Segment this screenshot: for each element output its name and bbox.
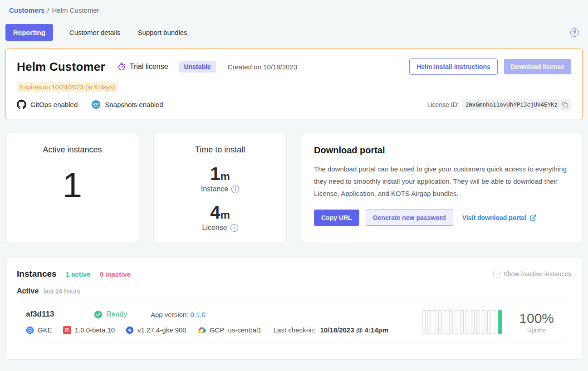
uptime-bar-empty [482, 310, 485, 334]
gitops-label: GitOps enabled [30, 101, 78, 108]
breadcrumb-current: Helm Customer [52, 6, 99, 14]
time-to-install-title: Time to install [154, 145, 286, 155]
external-link-icon [529, 214, 537, 221]
instance-info-icon[interactable]: i [231, 186, 239, 193]
gke-icon [26, 326, 34, 334]
tab-reporting[interactable]: Reporting [5, 24, 53, 41]
page: Customers/Helm Customer Reporting Custom… [0, 0, 588, 371]
download-portal-card: Download portal The download portal can … [301, 133, 583, 243]
replicated-icon: R [63, 326, 71, 334]
uptime-bar-empty [460, 310, 464, 334]
license-id-value: 2WxGmnho11ovUhYPi3cjUV4EYKz [462, 99, 561, 110]
replicated-version-chip: R 1.0.0-beta.10 [63, 326, 115, 334]
trial-timer-icon [117, 62, 126, 71]
tti-license-value: 4m [154, 202, 286, 223]
instances-title: Instances [17, 269, 57, 279]
region-chip: GCP: us-central1 [197, 326, 262, 334]
breadcrumb: Customers/Helm Customer [5, 6, 583, 14]
visit-download-portal-link[interactable]: Visit download portal [462, 214, 537, 221]
show-inactive-label: Show inactive instances [504, 270, 571, 278]
generate-password-button[interactable]: Generate new password [366, 210, 453, 226]
uptime-bar-empty [444, 310, 447, 334]
uptime-stat: 100% Uptime [519, 311, 554, 334]
uptime-bars [422, 310, 502, 334]
license-info-icon[interactable]: i [230, 224, 238, 232]
ready-check-icon [94, 310, 103, 319]
channel-badge: Unstable [179, 61, 216, 73]
stats-row: Active instances 1 Time to install 1m In… [5, 133, 583, 243]
license-id-row: License ID: 2WxGmnho11ovUhYPi3cjUV4EYKz [427, 99, 571, 110]
instances-card: Instances 1 active 0 inactive Show inact… [5, 258, 583, 360]
uptime-value: 100% [519, 311, 554, 326]
distribution-label: GKE [38, 326, 52, 334]
inactive-count: 0 inactive [100, 270, 131, 278]
uptime-bar-empty [449, 310, 453, 334]
license-id-label: License ID: [427, 101, 459, 108]
breadcrumb-separator: / [47, 6, 49, 14]
instance-status-label: Ready [106, 310, 127, 318]
uptime-bar-empty [438, 310, 442, 334]
instance-id: af3d113 [26, 310, 94, 319]
tab-customer-details[interactable]: Customer details [69, 24, 122, 41]
distribution-chip: GKE [26, 326, 52, 334]
uptime-bar-up [498, 310, 502, 334]
k8s-version-label: v1.27.4-gke.900 [137, 326, 186, 334]
customer-summary-card: Helm Customer Trial license Unstable Cre… [5, 48, 583, 119]
tti-instance: 1m Instance i [154, 164, 286, 193]
breadcrumb-link-customers[interactable]: Customers [9, 6, 44, 14]
gcp-icon [197, 326, 206, 334]
last-checkin-value: 10/18/2023 @ 4:14pm [320, 326, 388, 334]
tti-instance-label: Instance [201, 185, 228, 193]
help-icon[interactable]: ? [570, 28, 579, 37]
active-instances-card: Active instances 1 [5, 133, 139, 243]
region-label: GCP: us-central1 [210, 326, 262, 334]
feature-flags: GitOps enabled Snapshots ena [17, 100, 163, 109]
copy-url-button[interactable]: Copy URL [314, 210, 359, 226]
kubernetes-icon [126, 326, 134, 334]
gitops-feature: GitOps enabled [17, 100, 78, 109]
snapshots-label: Snapshots enabled [105, 101, 163, 108]
uptime-bar-empty [427, 310, 431, 334]
helm-install-instructions-button[interactable]: Helm install instructions [409, 59, 498, 75]
uptime-bar-empty [466, 310, 469, 334]
time-to-install-card: Time to install 1m Instance i 4m License… [153, 133, 287, 243]
active-section-range: last 24 hours [44, 288, 80, 295]
tab-support-bundles[interactable]: Support bundles [137, 24, 188, 41]
uptime-bar-empty [471, 310, 475, 334]
uptime-bar-empty [476, 310, 480, 334]
uptime-label: Uptime [519, 327, 554, 334]
created-on: Created on 10/18/2023 [228, 63, 297, 71]
show-inactive-checkbox[interactable] [493, 271, 500, 278]
instance-row: af3d113 Ready App version: 0.1.0 [17, 302, 571, 334]
license-type-label: Trial license [130, 63, 168, 71]
tabs: Reporting Customer details Support bundl… [5, 24, 188, 41]
snapshots-feature: Snapshots enabled [91, 100, 163, 109]
last-checkin: Last check-in: 10/18/2023 @ 4:14pm [274, 326, 388, 334]
divider [22, 342, 566, 342]
expires-warning: Expires on 10/24/2023 (in 6 days) [17, 82, 118, 92]
customer-name: Helm Customer [17, 60, 105, 74]
active-instances-title: Active instances [6, 145, 139, 155]
uptime-bar-empty [493, 310, 496, 334]
replicated-version-label: 1.0.0-beta.10 [75, 326, 115, 334]
tti-instance-value: 1m [154, 164, 286, 184]
tti-license: 4m License i [154, 202, 286, 232]
active-count: 1 active [66, 270, 91, 278]
github-icon [17, 100, 26, 109]
snapshots-icon [91, 100, 101, 109]
copy-license-icon[interactable] [561, 99, 571, 110]
app-version: App version: 0.1.0 [151, 311, 206, 318]
active-section-label: Active [17, 287, 39, 295]
download-portal-title: Download portal [314, 145, 569, 156]
tti-license-label: License [202, 224, 227, 232]
uptime-bar-empty [433, 310, 436, 334]
download-license-button[interactable]: Download license [504, 59, 571, 74]
uptime-bar-empty [422, 310, 426, 334]
uptime-bar-empty [455, 310, 458, 334]
uptime-bar-empty [487, 310, 491, 334]
show-inactive-toggle[interactable]: Show inactive instances [493, 270, 571, 278]
instance-status: Ready [94, 310, 151, 319]
app-version-link[interactable]: 0.1.0 [191, 311, 206, 318]
active-instances-value: 1 [6, 167, 139, 203]
download-portal-description: The download portal can be used to give … [314, 163, 569, 200]
